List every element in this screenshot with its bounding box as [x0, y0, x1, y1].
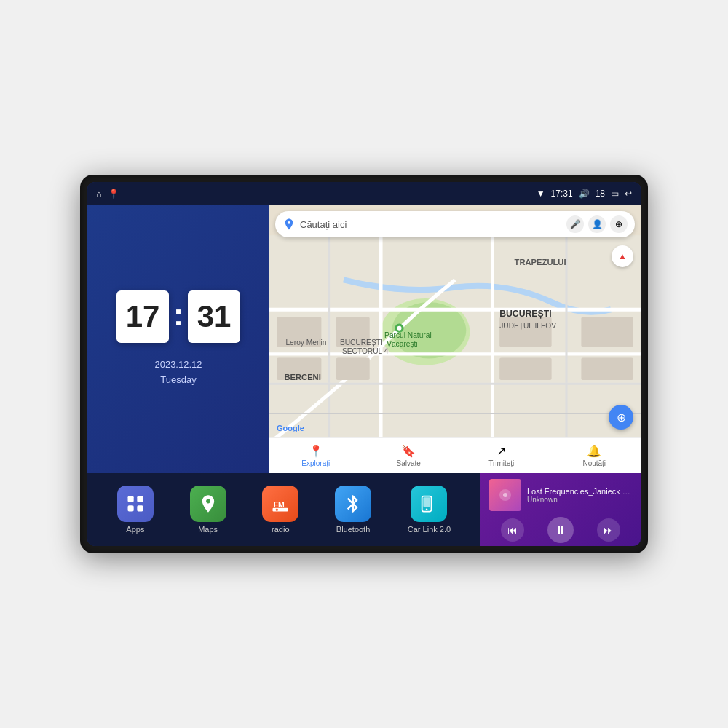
maps-status-icon[interactable]: 📍 [108, 189, 119, 199]
clock-date: 2023.12.12 Tuesday [154, 357, 202, 388]
svg-text:BUCUREȘTI: BUCUREȘTI [499, 309, 551, 319]
apps-icon [117, 486, 154, 522]
map-nav-explore[interactable]: 📍 Explorați [269, 444, 363, 467]
map-nav-saved[interactable]: 🔖 Salvate [363, 444, 456, 467]
svg-text:Leroy Merlin: Leroy Merlin [285, 339, 326, 347]
clock-hour: 17 [116, 290, 169, 343]
svg-rect-35 [273, 508, 288, 512]
app-item-radio[interactable]: FM radio [262, 486, 298, 534]
clock-minute: 31 [188, 290, 240, 343]
top-row: 17 : 31 2023.12.12 Tuesday [87, 205, 641, 473]
clock-panel: 17 : 31 2023.12.12 Tuesday [87, 205, 269, 473]
account-btn[interactable]: 👤 [588, 215, 606, 233]
map-nav-news[interactable]: 🔔 Noutăți [548, 444, 641, 467]
clock-colon: : [173, 298, 183, 333]
music-title: Lost Frequencies_Janieck Devy-... [527, 487, 632, 496]
status-bar: ⌂ 📍 ▼ 17:31 🔊 18 ▭ ↩ [87, 182, 641, 205]
svg-point-39 [426, 508, 427, 510]
map-nav-send[interactable]: ↗ Trimiteți [455, 444, 548, 467]
music-artist: Unknown [527, 496, 632, 504]
google-logo: Google [277, 424, 304, 432]
main-content: 17 : 31 2023.12.12 Tuesday [87, 205, 641, 546]
svg-text:TRAPEZULUI: TRAPEZULUI [515, 258, 566, 266]
device-screen: ⌂ 📍 ▼ 17:31 🔊 18 ▭ ↩ 17 : [87, 182, 641, 546]
map-svg: TRAPEZULUI BUCUREȘTI JUDEȚUL ILFOV BERCE… [269, 205, 641, 473]
svg-text:FM: FM [274, 500, 285, 509]
app-label-apps: Apps [126, 525, 144, 534]
apps-row: Apps Maps FM [87, 473, 480, 546]
music-player: Lost Frequencies_Janieck Devy-... Unknow… [480, 473, 641, 546]
maps-icon [190, 486, 226, 522]
app-item-carlink[interactable]: Car Link 2.0 [408, 486, 451, 534]
svg-rect-30 [127, 496, 133, 502]
app-label-maps: Maps [198, 525, 218, 534]
app-label-radio: radio [272, 525, 289, 534]
svg-text:Văcărești: Văcărești [387, 340, 417, 348]
svg-rect-33 [137, 505, 143, 511]
svg-text:SECTORUL 4: SECTORUL 4 [342, 347, 389, 355]
carlink-icon [411, 486, 447, 522]
svg-rect-16 [336, 358, 370, 381]
music-controls: ⏮ ⏸ ⏭ [489, 517, 632, 543]
svg-rect-38 [424, 497, 430, 507]
svg-point-36 [276, 508, 279, 511]
signal-icon: ▼ [537, 189, 545, 199]
svg-rect-14 [499, 358, 551, 381]
app-label-bluetooth: Bluetooth [336, 525, 370, 534]
svg-text:BUCUREȘTI: BUCUREȘTI [340, 339, 383, 347]
play-pause-button[interactable]: ⏸ [547, 517, 574, 543]
bottom-row: Apps Maps FM [87, 473, 641, 546]
svg-text:JUDEȚUL ILFOV: JUDEȚUL ILFOV [499, 322, 556, 330]
prev-button[interactable]: ⏮ [501, 518, 524, 542]
status-left: ⌂ 📍 [96, 189, 119, 199]
radio-icon: FM [262, 486, 298, 522]
map-compass[interactable]: ▲ [612, 245, 633, 267]
map-search-actions: 🎤 👤 ⊕ [566, 215, 628, 233]
layers-btn[interactable]: ⊕ [610, 215, 628, 233]
svg-rect-17 [581, 317, 633, 347]
app-label-carlink: Car Link 2.0 [408, 525, 451, 534]
volume-level: 18 [596, 189, 605, 199]
time-display: 17:31 [551, 189, 573, 199]
svg-point-29 [397, 326, 401, 331]
home-icon[interactable]: ⌂ [96, 189, 102, 199]
device-frame: ⌂ 📍 ▼ 17:31 🔊 18 ▭ ↩ 17 : [80, 175, 648, 553]
svg-point-42 [503, 493, 507, 497]
back-icon[interactable]: ↩ [625, 189, 632, 199]
music-top: Lost Frequencies_Janieck Devy-... Unknow… [489, 479, 632, 511]
bluetooth-icon [335, 486, 371, 522]
app-item-bluetooth[interactable]: Bluetooth [335, 486, 371, 534]
map-location-btn[interactable]: ⊕ [609, 405, 633, 430]
map-bottom-bar: 📍 Explorați 🔖 Salvate ↗ Trimiteți 🔔 [269, 437, 641, 473]
map-panel[interactable]: TRAPEZULUI BUCUREȘTI JUDEȚUL ILFOV BERCE… [269, 205, 641, 473]
svg-rect-32 [127, 505, 133, 511]
music-thumbnail [489, 479, 521, 511]
music-info: Lost Frequencies_Janieck Devy-... Unknow… [527, 487, 632, 504]
status-right: ▼ 17:31 🔊 18 ▭ ↩ [537, 189, 632, 199]
svg-text:BERCENI: BERCENI [284, 373, 320, 381]
app-item-apps[interactable]: Apps [117, 486, 154, 534]
svg-rect-31 [137, 496, 143, 502]
clock-display: 17 : 31 [116, 290, 240, 343]
app-item-maps[interactable]: Maps [190, 486, 226, 534]
svg-text:Parcul Natural: Parcul Natural [384, 331, 432, 339]
map-search-bar[interactable]: Căutați aici 🎤 👤 ⊕ [275, 211, 635, 237]
svg-rect-18 [581, 358, 633, 381]
google-maps-icon [282, 218, 296, 231]
volume-icon: 🔊 [579, 189, 590, 199]
battery-icon: ▭ [611, 189, 619, 199]
map-search-text: Căutați aici [300, 219, 562, 230]
next-button[interactable]: ⏭ [597, 518, 620, 542]
voice-search-btn[interactable]: 🎤 [566, 215, 584, 233]
